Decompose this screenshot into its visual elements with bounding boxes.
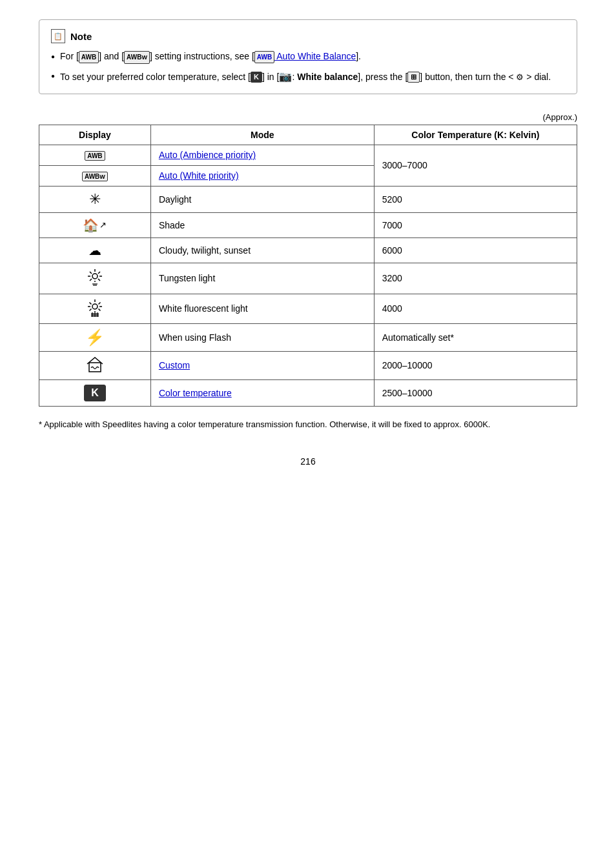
temp-cell-custom: 2000–10000	[374, 351, 577, 379]
k-icon: K	[84, 385, 106, 401]
mode-cell-tungsten: Tungsten light	[150, 263, 374, 294]
svg-rect-26	[89, 363, 101, 372]
col-header-display: Display	[39, 125, 151, 145]
display-cell-daylight: ✳︎	[39, 186, 151, 212]
svg-line-8	[90, 279, 92, 281]
tungsten-icon	[86, 268, 104, 289]
custom-icon	[85, 365, 105, 375]
dial-icon: ⚙	[516, 72, 524, 82]
footnote: * Applicable with Speedlites having a co…	[39, 418, 577, 431]
temp-cell-tungsten: 3200	[374, 263, 577, 294]
svg-line-19	[89, 308, 91, 310]
auto-white-link[interactable]: Auto (White priority)	[159, 170, 239, 181]
cloudy-icon: ☁	[88, 243, 101, 257]
shade-icon: 🏠↗	[83, 217, 107, 233]
mode-cell-flash: When using Flash	[150, 323, 374, 351]
awb-badge-link: AWB	[254, 51, 274, 63]
display-cell-flash: ⚡	[39, 323, 151, 351]
note-item-2: To set your preferred color temperature,…	[51, 69, 565, 85]
page-number: 216	[39, 456, 577, 467]
display-cell-k: K	[39, 379, 151, 406]
table-row: ☁ Cloudy, twilight, sunset 6000	[39, 237, 577, 263]
table-row: Tungsten light 3200	[39, 263, 577, 294]
table-row: ⚡ When using Flash Automatically set*	[39, 323, 577, 351]
mode-cell-k: Color temperature	[150, 379, 374, 406]
custom-svg	[85, 356, 105, 373]
flash-icon: ⚡	[85, 328, 105, 346]
mode-cell-awbw: Auto (White priority)	[150, 165, 374, 186]
fluor-svg	[86, 299, 104, 317]
awb-icon: AWB	[85, 151, 105, 161]
awb-link[interactable]: AWB Auto White Balance	[254, 51, 356, 61]
custom-link[interactable]: Custom	[159, 360, 190, 370]
mode-cell-awb: Auto (Ambience priority)	[150, 145, 374, 165]
temp-cell-k: 2500–10000	[374, 379, 577, 406]
display-cell-fluor	[39, 294, 151, 323]
display-cell-tungsten	[39, 263, 151, 294]
svg-line-16	[89, 302, 91, 304]
table-row: 🏠↗ Shade 7000	[39, 212, 577, 237]
mode-cell-daylight: Daylight	[150, 186, 374, 212]
camera-icon: 📷	[279, 71, 292, 82]
table-row: K Color temperature 2500–10000	[39, 379, 577, 406]
wb-table: Display Mode Color Temperature (K: Kelvi…	[39, 125, 577, 407]
note-list: For [AWB] and [AWBW] setting instruction…	[51, 50, 565, 85]
awbw-icon: AWBW	[82, 172, 108, 181]
k-badge-inline: K	[251, 72, 262, 83]
temp-cell-awb: 3000–7000	[374, 145, 577, 186]
note-item-1-text: For [AWB] and [AWBW] setting instruction…	[60, 50, 361, 64]
svg-line-17	[98, 308, 100, 310]
set-button-badge: ⊞	[407, 72, 420, 83]
svg-point-11	[92, 304, 98, 309]
note-box: 📋 Note For [AWB] and [AWBW] setting inst…	[39, 19, 577, 94]
mode-cell-custom: Custom	[150, 351, 374, 379]
temp-cell-daylight: 5200	[374, 186, 577, 212]
table-row: ✳︎ Daylight 5200	[39, 186, 577, 212]
table-row: Custom 2000–10000	[39, 351, 577, 379]
display-cell-shade: 🏠↗	[39, 212, 151, 237]
approx-label: (Approx.)	[39, 112, 577, 122]
mode-cell-cloudy: Cloudy, twilight, sunset	[150, 237, 374, 263]
temp-cell-fluor: 4000	[374, 294, 577, 323]
temp-cell-cloudy: 6000	[374, 237, 577, 263]
note-item-2-text: To set your preferred color temperature,…	[60, 69, 551, 85]
table-row: White fluorescent light 4000	[39, 294, 577, 323]
svg-point-0	[92, 274, 98, 279]
display-cell-awbw: AWBW	[39, 165, 151, 186]
temp-cell-flash: Automatically set*	[374, 323, 577, 351]
color-temp-link[interactable]: Color temperature	[159, 388, 232, 398]
display-cell-custom	[39, 351, 151, 379]
note-icon: 📋	[51, 29, 65, 43]
col-header-temp: Color Temperature (K: Kelvin)	[374, 125, 577, 145]
svg-line-5	[90, 272, 92, 274]
mode-cell-fluor: White fluorescent light	[150, 294, 374, 323]
table-row: AWB Auto (Ambience priority) 3000–7000	[39, 145, 577, 165]
display-cell-awb: AWB	[39, 145, 151, 165]
svg-line-7	[98, 272, 100, 274]
note-title: Note	[70, 31, 92, 42]
svg-line-6	[98, 279, 100, 281]
note-item-1: For [AWB] and [AWBW] setting instruction…	[51, 50, 565, 64]
table-header-row: Display Mode Color Temperature (K: Kelvi…	[39, 125, 577, 145]
note-header: 📋 Note	[51, 29, 565, 43]
svg-line-18	[98, 302, 100, 304]
temp-cell-shade: 7000	[374, 212, 577, 237]
awb-badge-1: AWB	[79, 51, 99, 63]
auto-ambience-link[interactable]: Auto (Ambience priority)	[159, 150, 256, 160]
mode-cell-shade: Shade	[150, 212, 374, 237]
col-header-mode: Mode	[150, 125, 374, 145]
table-body: AWB Auto (Ambience priority) 3000–7000 A…	[39, 145, 577, 406]
daylight-icon: ✳︎	[89, 191, 101, 207]
fluor-icon	[86, 308, 104, 319]
tungsten-svg	[86, 268, 104, 286]
awbw-badge-1: AWBW	[124, 51, 150, 64]
display-cell-cloudy: ☁	[39, 237, 151, 263]
